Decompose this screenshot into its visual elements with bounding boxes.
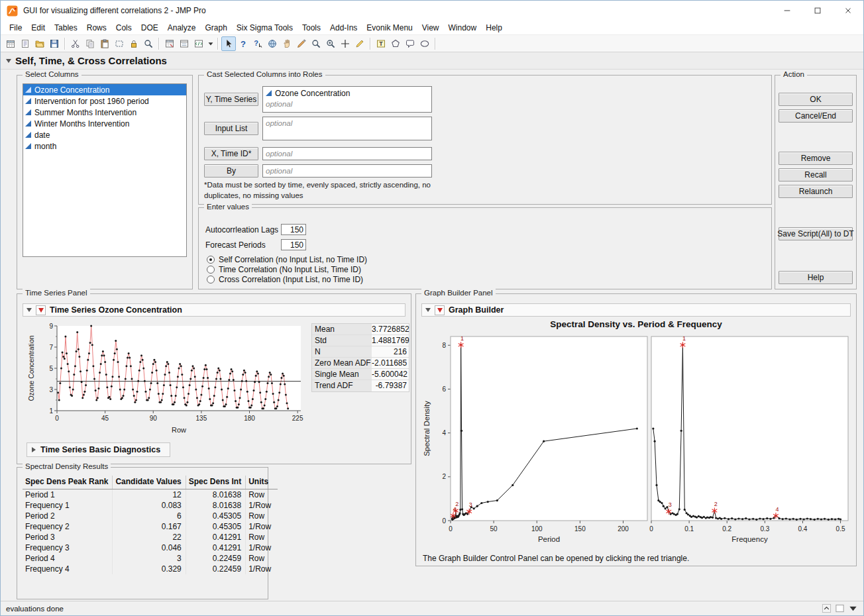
x-time-id-button[interactable]: X, Time ID* bbox=[204, 147, 258, 160]
callout-tool-icon[interactable] bbox=[403, 36, 417, 51]
table-row[interactable]: Frequency 20.1670.453051/Row bbox=[23, 521, 278, 532]
table-cell: Row bbox=[246, 489, 278, 501]
pane-icon[interactable] bbox=[835, 603, 845, 613]
journal-view-icon[interactable] bbox=[177, 36, 191, 51]
disclosure-triangle-icon[interactable] bbox=[32, 447, 36, 452]
copy-icon[interactable] bbox=[83, 36, 97, 51]
oval-tool-icon[interactable] bbox=[417, 36, 432, 51]
table-row[interactable]: Period 260.45305Row bbox=[23, 511, 278, 521]
dropdown-arrow-icon[interactable] bbox=[848, 603, 858, 613]
relaunch-button[interactable]: Relaunch bbox=[779, 185, 853, 198]
grabber-tool-icon[interactable] bbox=[280, 36, 294, 51]
brush-tool-icon[interactable] bbox=[294, 36, 309, 51]
role-item[interactable]: Ozone Concentration bbox=[266, 87, 429, 99]
window-controls bbox=[772, 1, 863, 21]
table-row[interactable]: Period 3220.41291Row bbox=[23, 532, 278, 542]
columns-list[interactable]: Ozone ConcentrationIntervention for post… bbox=[23, 83, 187, 257]
open-file-icon[interactable] bbox=[32, 36, 47, 51]
time-series-outline-header[interactable]: Time Series Ozone Concentration bbox=[23, 303, 405, 317]
report-disclosure-triangle-icon[interactable] bbox=[6, 59, 11, 63]
disclosure-triangle-icon[interactable] bbox=[425, 308, 431, 312]
search-icon[interactable] bbox=[141, 36, 156, 51]
paste-icon[interactable] bbox=[97, 36, 112, 51]
menu-tools[interactable]: Tools bbox=[297, 22, 325, 34]
context-help-tool-icon[interactable]: ? bbox=[250, 36, 265, 51]
menu-analyze[interactable]: Analyze bbox=[163, 22, 201, 34]
magnifier-tool-icon[interactable] bbox=[309, 36, 323, 51]
autocorrelation-lags-field[interactable]: 150 bbox=[281, 224, 306, 235]
maximize-button[interactable] bbox=[802, 1, 833, 21]
basic-diagnostics-header[interactable]: Time Series Basic Diagnostics bbox=[27, 442, 170, 457]
selection-rectangle-icon[interactable] bbox=[112, 36, 127, 51]
menu-help[interactable]: Help bbox=[481, 22, 507, 34]
menu-edit[interactable]: Edit bbox=[27, 22, 50, 34]
data-table-view-icon[interactable] bbox=[162, 36, 177, 51]
column-item-label: Summer Months Intervention bbox=[34, 108, 136, 117]
table-row[interactable]: Period 430.22459Row bbox=[23, 553, 278, 564]
column-item-date[interactable]: date bbox=[23, 129, 186, 140]
graph-builder-outline-header[interactable]: Graph Builder bbox=[421, 303, 851, 317]
table-row[interactable]: Frequency 30.0460.412911/Row bbox=[23, 542, 278, 553]
by-dropzone[interactable]: optional bbox=[262, 164, 432, 178]
menu-evonik-menu[interactable]: Evonik Menu bbox=[362, 22, 417, 34]
menu-file[interactable]: File bbox=[5, 22, 27, 34]
ok-button[interactable]: OK bbox=[779, 93, 853, 106]
forecast-periods-field[interactable]: 150 bbox=[281, 239, 306, 250]
lock-icon[interactable] bbox=[127, 36, 141, 51]
spectral-density-chart[interactable]: Spectral Density02468050100150200Period1… bbox=[421, 331, 852, 550]
table-row[interactable]: Frequency 40.3290.224591/Row bbox=[23, 564, 278, 574]
pencil-tool-icon[interactable] bbox=[352, 36, 367, 51]
menu-graph[interactable]: Graph bbox=[200, 22, 231, 34]
new-data-table-icon[interactable] bbox=[3, 36, 18, 51]
column-item-winter-months-intervention[interactable]: Winter Months Intervention bbox=[23, 118, 186, 129]
red-triangle-menu[interactable] bbox=[435, 305, 445, 315]
menu-cols[interactable]: Cols bbox=[111, 22, 136, 34]
minimize-button[interactable] bbox=[772, 1, 802, 21]
script-window-icon[interactable] bbox=[191, 36, 206, 51]
radio-self-correlation[interactable] bbox=[207, 256, 215, 264]
globe-tool-icon[interactable] bbox=[265, 36, 280, 51]
annotate-tool-icon[interactable]: T bbox=[374, 36, 388, 51]
input-list-dropzone[interactable]: optional bbox=[262, 117, 432, 140]
cut-icon[interactable] bbox=[68, 36, 83, 51]
crosshair-tool-icon[interactable] bbox=[338, 36, 352, 51]
arrow-tool-icon[interactable] bbox=[221, 36, 236, 51]
close-button[interactable] bbox=[833, 1, 863, 21]
radio-cross-correlation[interactable] bbox=[207, 276, 215, 283]
recall-button[interactable]: Recall bbox=[779, 168, 853, 181]
menu-rows[interactable]: Rows bbox=[82, 22, 111, 34]
remove-button[interactable]: Remove bbox=[779, 152, 853, 165]
disclosure-triangle-icon[interactable] bbox=[27, 308, 32, 312]
zoom-in-tool-icon[interactable] bbox=[323, 36, 338, 51]
polygon-tool-icon[interactable] bbox=[388, 36, 403, 51]
save-file-icon[interactable] bbox=[47, 36, 62, 51]
dropdown-icon[interactable] bbox=[206, 36, 215, 51]
help-button[interactable]: Help bbox=[779, 271, 853, 284]
red-triangle-menu[interactable] bbox=[36, 305, 46, 315]
new-journal-icon[interactable] bbox=[18, 36, 32, 51]
help-tool-icon[interactable]: ? bbox=[236, 36, 250, 51]
menu-doe[interactable]: DOE bbox=[136, 22, 163, 34]
table-row[interactable]: Frequency 10.0838.016381/Row bbox=[23, 500, 278, 511]
menu-add-ins[interactable]: Add-Ins bbox=[325, 22, 362, 34]
time-series-chart[interactable]: 1357904590135180225Ozone ConcentrationRo… bbox=[27, 321, 307, 435]
cancel-end-button[interactable]: Cancel/End bbox=[779, 109, 853, 123]
caret-up-icon[interactable] bbox=[822, 603, 832, 613]
save-script-all-to-dt-button[interactable]: Save Script(All) to DT bbox=[779, 227, 853, 240]
column-item-ozone-concentration[interactable]: Ozone Concentration bbox=[23, 84, 186, 95]
svg-text:8: 8 bbox=[442, 342, 446, 349]
y-time-series-dropzone[interactable]: Ozone Concentration optional bbox=[262, 86, 432, 113]
menu-window[interactable]: Window bbox=[444, 22, 482, 34]
column-item-intervention-for-post-1960-period[interactable]: Intervention for post 1960 period bbox=[23, 95, 186, 107]
x-time-id-dropzone[interactable]: optional bbox=[262, 147, 432, 160]
y-time-series-button[interactable]: Y, Time Series bbox=[204, 93, 258, 106]
menu-view[interactable]: View bbox=[417, 22, 444, 34]
by-button[interactable]: By bbox=[204, 164, 258, 178]
input-list-button[interactable]: Input List bbox=[204, 122, 258, 135]
menu-tables[interactable]: Tables bbox=[50, 22, 82, 34]
column-item-month[interactable]: month bbox=[23, 140, 186, 152]
table-row[interactable]: Period 1128.01638Row bbox=[23, 489, 278, 501]
menu-six-sigma-tools[interactable]: Six Sigma Tools bbox=[232, 22, 297, 34]
radio-time-correlation[interactable] bbox=[207, 266, 215, 274]
column-item-summer-months-intervention[interactable]: Summer Months Intervention bbox=[23, 107, 186, 118]
